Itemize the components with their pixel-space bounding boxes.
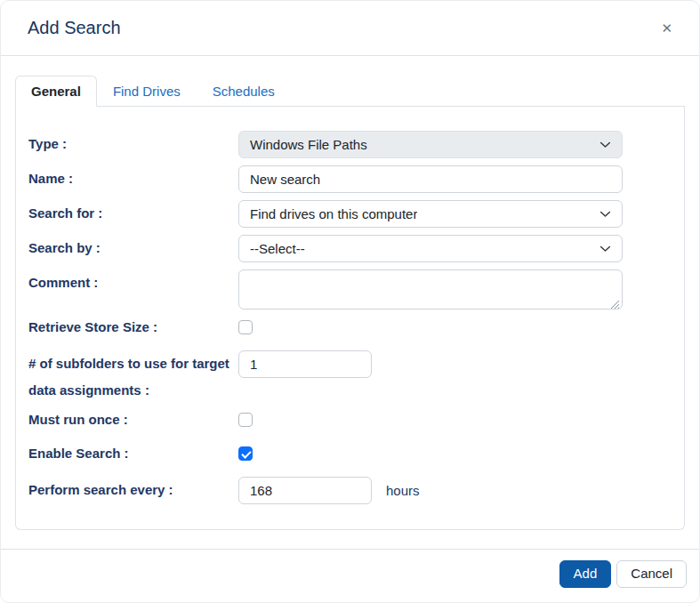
form-row-perform-every: Perform search every : hours (28, 477, 672, 504)
form-row-search-by: Search by : --Select-- (28, 235, 672, 262)
enable-search-label: Enable Search : (28, 445, 238, 462)
search-by-label: Search by : (28, 239, 238, 257)
close-icon[interactable]: ✕ (657, 18, 676, 38)
search-by-select[interactable]: --Select-- (238, 235, 623, 262)
search-for-select-value: Find drives on this computer (250, 206, 417, 221)
name-input[interactable] (238, 165, 623, 193)
comment-textarea-wrap (238, 269, 623, 310)
modal-body: General Find Drives Schedules Type : Win… (1, 56, 699, 549)
search-for-select[interactable]: Find drives on this computer (238, 200, 623, 228)
perform-every-label: Perform search every : (28, 481, 238, 499)
chevron-down-icon (599, 208, 611, 220)
must-run-once-checkbox[interactable] (238, 413, 253, 427)
form-row-name: Name : (28, 165, 672, 193)
tab-schedules[interactable]: Schedules (197, 76, 291, 107)
type-select[interactable]: Windows File Paths (238, 131, 623, 158)
add-button[interactable]: Add (559, 560, 612, 588)
retrieve-store-size-checkbox[interactable] (238, 320, 253, 334)
tab-bar: General Find Drives Schedules (15, 76, 685, 107)
comment-label: Comment : (28, 269, 238, 292)
form-row-retrieve-store-size: Retrieve Store Size : (28, 317, 672, 338)
form-row-must-run-once: Must run once : (28, 409, 672, 430)
form-row-subfolders: # of subfolders to use for target data a… (28, 350, 672, 404)
must-run-once-label: Must run once : (28, 411, 238, 429)
comment-textarea[interactable] (238, 269, 623, 310)
cancel-button[interactable]: Cancel (616, 560, 687, 588)
retrieve-store-size-label: Retrieve Store Size : (28, 318, 238, 336)
form-row-search-for: Search for : Find drives on this compute… (28, 200, 672, 228)
tab-find-drives[interactable]: Find Drives (97, 76, 197, 107)
type-label: Type : (28, 135, 238, 153)
search-by-select-value: --Select-- (250, 241, 305, 256)
chevron-down-icon (599, 139, 611, 150)
type-select-value: Windows File Paths (250, 137, 367, 152)
tab-content-general: Type : Windows File Paths Name : Search … (15, 107, 685, 530)
subfolders-label: # of subfolders to use for target data a… (28, 350, 238, 404)
hours-suffix-label: hours (386, 483, 420, 498)
modal-header: Add Search ✕ (1, 1, 699, 56)
perform-every-input[interactable] (238, 477, 372, 504)
enable-search-checkbox[interactable] (238, 446, 253, 461)
form-row-comment: Comment : (28, 269, 672, 310)
add-search-modal: Add Search ✕ General Find Drives Schedul… (0, 0, 700, 603)
chevron-down-icon (599, 243, 611, 254)
tab-general[interactable]: General (15, 76, 97, 107)
form-row-enable-search: Enable Search : (28, 443, 672, 464)
form-row-type: Type : Windows File Paths (28, 131, 672, 158)
name-label: Name : (28, 170, 238, 188)
search-for-label: Search for : (28, 205, 238, 222)
modal-footer: Add Cancel (1, 549, 699, 602)
modal-title: Add Search (28, 18, 121, 38)
subfolders-input[interactable] (238, 350, 372, 378)
